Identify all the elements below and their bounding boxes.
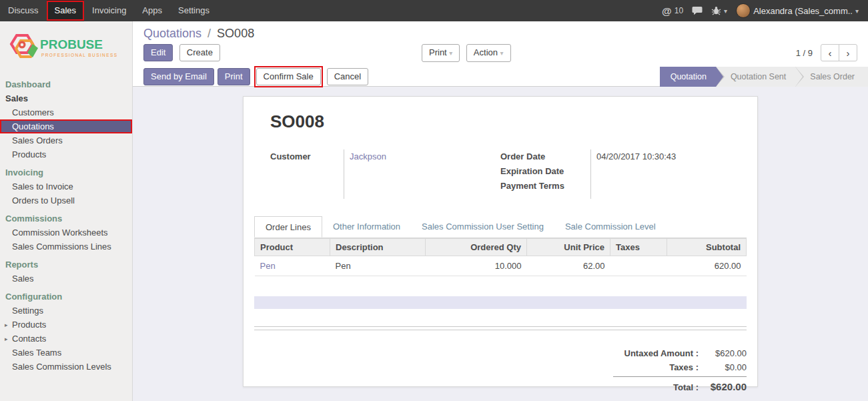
user-name: Alexandra (Sales_comm.. bbox=[753, 6, 853, 16]
table-row[interactable]: Pen Pen 10.000 62.00 620.00 bbox=[255, 256, 747, 276]
sidebar-item-settings[interactable]: Settings bbox=[0, 304, 132, 318]
mention-count: 10 bbox=[675, 6, 683, 15]
taxes-label: Taxes : bbox=[613, 362, 699, 372]
chevron-down-icon: ▾ bbox=[500, 49, 504, 57]
topbar-item-discuss[interactable]: Discuss bbox=[0, 0, 47, 21]
sidebar-item-sales-commission-levels[interactable]: Sales Commission Levels bbox=[0, 360, 132, 374]
sidebar-section-invoicing[interactable]: Invoicing bbox=[0, 165, 132, 179]
sidebar-item-reports-sales[interactable]: Sales bbox=[0, 272, 132, 286]
expand-arrow-icon[interactable]: ▸ bbox=[5, 318, 12, 332]
total-value: $620.00 bbox=[699, 381, 747, 392]
topbar-menu: Discuss Sales Invoicing Apps Settings bbox=[0, 0, 218, 21]
separator-line bbox=[254, 330, 747, 330]
logo-hexagon-icon bbox=[11, 35, 38, 57]
sidebar-item-sales-to-invoice[interactable]: Sales to Invoice bbox=[0, 179, 132, 193]
send-by-email-button[interactable]: Send by Email bbox=[143, 68, 214, 85]
sidebar-item-config-contacts[interactable]: ▸Contacts bbox=[0, 332, 132, 346]
col-header-ordered-qty[interactable]: Ordered Qty bbox=[426, 239, 527, 256]
action-dropdown-button[interactable]: Action ▾ bbox=[466, 44, 511, 62]
untaxed-amount-row: Untaxed Amount : $620.00 bbox=[613, 346, 747, 360]
totals-section: Untaxed Amount : $620.00 Taxes : $0.00 T… bbox=[254, 346, 747, 394]
order-date-value: 04/20/2017 10:30:43 bbox=[596, 149, 734, 164]
breadcrumb-quotations-link[interactable]: Quotations bbox=[143, 27, 201, 40]
statusbar-step-quotation[interactable]: Quotation bbox=[660, 67, 716, 87]
col-header-taxes[interactable]: Taxes bbox=[610, 239, 667, 256]
topbar-item-settings[interactable]: Settings bbox=[170, 0, 218, 21]
col-header-unit-price[interactable]: Unit Price bbox=[527, 239, 610, 256]
sidebar-item-config-products[interactable]: ▸Products bbox=[0, 318, 132, 332]
breadcrumb-current: SO008 bbox=[217, 27, 254, 40]
sidebar-section-configuration[interactable]: Configuration bbox=[0, 290, 132, 304]
sidebar: PROBUSE PROFESSIONAL BUSINESS Dashboard … bbox=[0, 21, 133, 401]
pager-counter: 1 / 9 bbox=[796, 48, 813, 58]
control-panel-buttons: Edit Create Print ▾ Action ▾ 1 / 9 ‹ › bbox=[133, 44, 868, 63]
taxes-value: $0.00 bbox=[699, 362, 747, 372]
edit-button[interactable]: Edit bbox=[143, 44, 173, 61]
confirm-sale-button[interactable]: Confirm Sale bbox=[256, 68, 321, 85]
topbar-item-apps[interactable]: Apps bbox=[134, 0, 170, 21]
create-button[interactable]: Create bbox=[179, 44, 220, 61]
avatar bbox=[736, 3, 751, 18]
tab-order-lines[interactable]: Order Lines bbox=[254, 216, 322, 238]
pager-next-button[interactable]: › bbox=[839, 44, 857, 61]
cancel-button[interactable]: Cancel bbox=[327, 68, 368, 85]
customer-field-group: Customer Jackpson bbox=[270, 149, 477, 199]
workflow-toolbar: Send by Email Print Confirm Sale Cancel … bbox=[133, 67, 868, 87]
sidebar-item-sales-teams[interactable]: Sales Teams bbox=[0, 346, 132, 360]
sidebar-section-commissions[interactable]: Commissions bbox=[0, 212, 132, 226]
chevron-down-icon: ▾ bbox=[855, 7, 859, 15]
print-dropdown-button[interactable]: Print ▾ bbox=[422, 44, 460, 62]
sidebar-item-commission-worksheets[interactable]: Commission Worksheets bbox=[0, 226, 132, 240]
sidebar-item-customers[interactable]: Customers bbox=[0, 105, 132, 119]
sidebar-section-sales[interactable]: Sales bbox=[0, 91, 132, 105]
sidebar-item-sales-commissions-lines[interactable]: Sales Commissions Lines bbox=[0, 240, 132, 254]
dates-field-group: Order Date Expiration Date Payment Terms… bbox=[500, 149, 734, 199]
print-button[interactable]: Print bbox=[218, 68, 250, 85]
statusbar: Quotation Quotation Sent Sales Order bbox=[660, 67, 868, 87]
chevron-down-icon: ▾ bbox=[449, 49, 452, 57]
tab-sale-commission-level[interactable]: Sale Commission Level bbox=[554, 216, 667, 238]
product-link[interactable]: Pen bbox=[260, 261, 276, 271]
topbar-item-invoicing[interactable]: Invoicing bbox=[84, 0, 134, 21]
cell-subtotal: 620.00 bbox=[667, 256, 747, 276]
tab-other-information[interactable]: Other Information bbox=[322, 216, 411, 238]
cell-unit-price: 62.00 bbox=[527, 256, 610, 276]
sidebar-item-dashboard[interactable]: Dashboard bbox=[0, 77, 132, 91]
sidebar-item-quotations[interactable]: Quotations bbox=[0, 119, 132, 133]
mentions-indicator[interactable]: @ 10 bbox=[662, 5, 683, 17]
topbar-item-sales[interactable]: Sales bbox=[47, 0, 85, 21]
col-header-subtotal[interactable]: Subtotal bbox=[667, 239, 747, 256]
untaxed-amount-value: $620.00 bbox=[699, 348, 747, 358]
user-menu[interactable]: Alexandra (Sales_comm.. ▾ bbox=[736, 3, 859, 18]
main-panel: Quotations / SO008 Edit Create Print ▾ A… bbox=[133, 21, 868, 401]
cell-ordered-qty: 10.000 bbox=[426, 256, 527, 276]
sidebar-item-products[interactable]: Products bbox=[0, 147, 132, 161]
app-logo[interactable]: PROBUSE PROFESSIONAL BUSINESS bbox=[0, 21, 132, 73]
pager-previous-button[interactable]: ‹ bbox=[821, 44, 839, 61]
breadcrumb-separator: / bbox=[205, 27, 213, 40]
col-header-product[interactable]: Product bbox=[255, 239, 330, 256]
control-panel-top: Quotations / SO008 bbox=[133, 21, 868, 43]
chat-bubble-icon bbox=[692, 6, 703, 15]
taxes-row: Taxes : $0.00 bbox=[613, 360, 747, 374]
customer-label: Customer bbox=[270, 149, 344, 164]
tab-sales-commission-user-setting[interactable]: Sales Commission User Setting bbox=[411, 216, 554, 238]
empty-line-highlight[interactable] bbox=[254, 296, 747, 309]
debug-menu-button[interactable]: ▾ bbox=[711, 6, 727, 15]
customer-value-link[interactable]: Jackpson bbox=[350, 151, 386, 161]
sidebar-section-reports[interactable]: Reports bbox=[0, 258, 132, 272]
payment-terms-value bbox=[596, 179, 734, 193]
breadcrumb: Quotations / SO008 bbox=[143, 27, 254, 40]
order-date-label: Order Date bbox=[500, 149, 590, 164]
statusbar-step-quotation-sent[interactable]: Quotation Sent bbox=[716, 67, 795, 87]
sidebar-item-orders-to-upsell[interactable]: Orders to Upsell bbox=[0, 193, 132, 208]
sidebar-item-label: Contacts bbox=[12, 334, 46, 344]
sidebar-item-sales-orders[interactable]: Sales Orders bbox=[0, 133, 132, 147]
messages-button[interactable] bbox=[692, 6, 703, 15]
statusbar-step-sales-order[interactable]: Sales Order bbox=[795, 67, 868, 87]
expand-arrow-icon[interactable]: ▸ bbox=[5, 332, 12, 346]
total-row: Total : $620.00 bbox=[613, 376, 747, 394]
col-header-description[interactable]: Description bbox=[330, 239, 426, 256]
chevron-down-icon: ▾ bbox=[724, 7, 727, 15]
expiration-date-value bbox=[596, 164, 734, 179]
